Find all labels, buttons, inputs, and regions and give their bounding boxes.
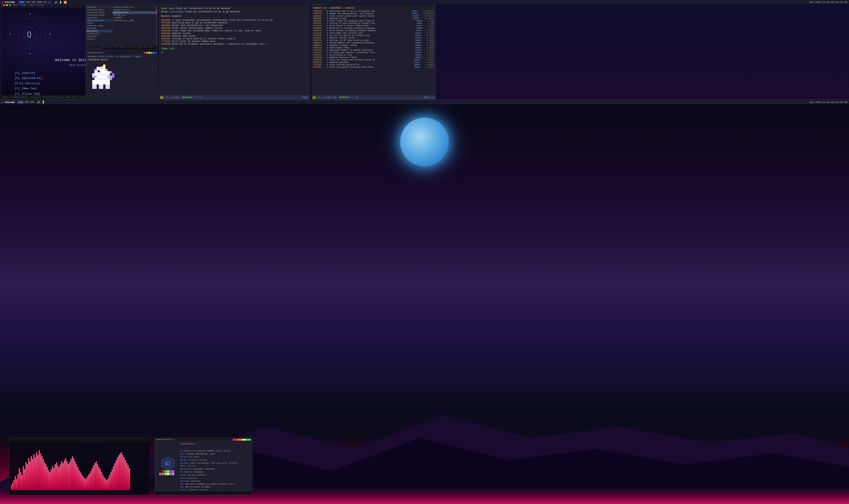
screen2-topbar-left: ▶ Youtube 100% 59% 10% 🔊 🔋 <box>0 101 45 104</box>
neofetch-window: emmet@snowfire:~ λ <box>155 438 252 495</box>
audio-bar <box>19 468 20 490</box>
neofetch-info-de: DE: Hyprland (Wayland) <box>180 470 251 473</box>
topbar-left: ▶ Youtube 100% 59% 10% 100% 1% 11% 🔊 🔋 📶 <box>0 1 67 4</box>
audio-bar <box>118 455 120 490</box>
audio-bar <box>115 460 117 490</box>
audio-bar <box>20 472 21 490</box>
audio-bar <box>100 469 101 490</box>
commit-list: dee0888 ⎇ main gitea/main gitlab/main gi… <box>161 19 308 45</box>
audio-bar <box>55 464 56 490</box>
log-commit-item: b00a378 ● Fixes for waybar and patched c… <box>313 59 434 61</box>
file-manager-content: ald-hope selenized-dark selenized-dark2 … <box>86 6 158 46</box>
magit-head-line: Head: main Fixed all screenshots to be o… <box>161 7 308 10</box>
audio-bar <box>71 459 72 490</box>
svg-rect-36 <box>94 78 110 80</box>
audio-bar <box>106 480 107 490</box>
neofetch-header: emmet@snowfire:~ <box>155 438 252 442</box>
svg-point-3 <box>63 20 64 21</box>
audio-bar <box>88 475 89 490</box>
audio-bar <box>126 463 127 490</box>
screen2-app-icon: ▶ <box>2 101 3 104</box>
pokemon-terminal-header: emmet@snowfire:~ <box>86 51 158 55</box>
audio-bar <box>128 465 129 490</box>
svg-rect-33 <box>92 76 97 78</box>
neofetch-username: emmet@snowfire <box>180 442 251 446</box>
audio-bar <box>14 480 15 490</box>
neofetch-logo: λ <box>156 442 180 490</box>
file-manager-statusbar: drwxr-xr-x 1 emmet users 528 B 2023-11-0… <box>86 46 158 50</box>
neofetch-content: λ <box>155 442 252 491</box>
log-commit-item: 3373186 ● Fixes youtube hyprprofile Emme… <box>313 64 434 66</box>
svg-rect-66 <box>169 473 172 475</box>
color-indicator <box>144 52 157 54</box>
log-commit-item: 23e6b4c ● Fixes recent qutebrowser updat… <box>313 15 434 17</box>
audio-bar <box>96 461 97 490</box>
audio-bar <box>32 459 33 490</box>
log-commit-item: 5abb613 ● Pinned embark and reorganized … <box>313 42 434 44</box>
log-commit-item: d3f3941 ● Fixes org agenda following roa… <box>313 66 434 68</box>
cursor-line: | <box>161 51 308 54</box>
audio-visualizer-window <box>9 438 150 495</box>
audio-bar <box>45 464 47 490</box>
neofetch-info-terminal: Terminal: alacritty <box>180 480 251 483</box>
todos-section: TODOs (14)_ <box>161 48 308 50</box>
audio-bar <box>53 468 54 490</box>
commit-item: a956d60 Removed some bloat <box>161 35 308 37</box>
log-commit-item: bc51b9c ● Updated install notes Emmet 1 … <box>313 37 434 39</box>
svg-rect-63 <box>162 473 164 475</box>
audio-bar <box>83 476 84 490</box>
audio-bar <box>65 458 66 490</box>
svg-line-22 <box>30 14 50 34</box>
audio-bar <box>120 453 121 490</box>
svg-rect-64 <box>164 473 167 475</box>
modeline-log-mode: Magit Log <box>423 96 434 98</box>
audio-bar <box>15 476 16 490</box>
svg-text:Q: Q <box>27 30 32 39</box>
audio-bar <box>67 461 68 490</box>
app-title: Youtube <box>5 1 15 3</box>
status-bar3: 10% <box>31 1 35 3</box>
modeline-repo: .dotfiles <box>181 96 192 98</box>
audio-bar <box>72 456 73 490</box>
log-commit-item: a265b80 ● Reverted to original uwunicorn… <box>313 27 434 30</box>
screen2-topbar-right: Sat 2023-11-04 02:13:20 PM <box>809 101 849 104</box>
neofetch-info-host: Host: ASUSTEK COMPUTER INC. G512V <box>180 452 251 455</box>
neofetch-modeline <box>155 491 252 495</box>
audio-bar <box>36 452 37 490</box>
pokemon-command: pokemon-colorscripts -n rapidash -f gala… <box>88 55 156 58</box>
modeline-buffer-info: 1.8k <box>164 96 169 98</box>
commit-item: ef0c56b Switching back to gh as screensh… <box>161 22 308 24</box>
screen2-area: emmet@snowfire:~ λ <box>0 104 849 504</box>
audio-bar <box>73 458 74 490</box>
svg-rect-65 <box>167 473 169 475</box>
audio-bar <box>121 452 122 490</box>
neofetch-info-kernel: Kernel: 6.5.9-zen1 <box>180 455 251 458</box>
modeline-log-label: ⎇ magit-log: <box>322 96 337 98</box>
svg-line-23 <box>30 34 50 54</box>
audio-bar <box>39 450 40 490</box>
audio-bar <box>40 453 41 490</box>
audio-bar <box>68 464 69 490</box>
audio-bar <box>51 469 52 490</box>
svg-rect-57 <box>162 470 164 473</box>
audio-bar <box>27 464 28 490</box>
svg-rect-44 <box>112 73 114 78</box>
audio-bar <box>98 467 100 490</box>
magit-log-content: Commits in --branches --remotes f9e3cb8 … <box>312 6 435 95</box>
audio-bar <box>59 467 60 490</box>
magit-merge-line: Merge: gitea/main Fixed all screenshots … <box>161 11 308 13</box>
audio-bar <box>62 463 64 490</box>
audio-bar <box>84 478 85 490</box>
neofetch-info-shell: Shell: zsh 5.9 <box>180 464 251 468</box>
commit-item: 095f636 Fixes recent qutebrowser update … <box>161 27 308 30</box>
audio-bar <box>101 472 102 490</box>
modeline-indicator-log: U <box>313 96 315 98</box>
audio-bar <box>122 455 123 490</box>
audio-bar <box>64 460 65 490</box>
todos-label: TODOs (14)_ <box>161 48 176 50</box>
audio-bar <box>113 466 114 490</box>
audio-bar <box>117 457 118 490</box>
svg-point-4 <box>78 15 79 15</box>
commit-item: a256d80 Reverted to original uwunicorn w… <box>161 43 308 45</box>
log-commit-item: f050b99 ● Updated system Emmet 18 hours <box>313 17 434 20</box>
